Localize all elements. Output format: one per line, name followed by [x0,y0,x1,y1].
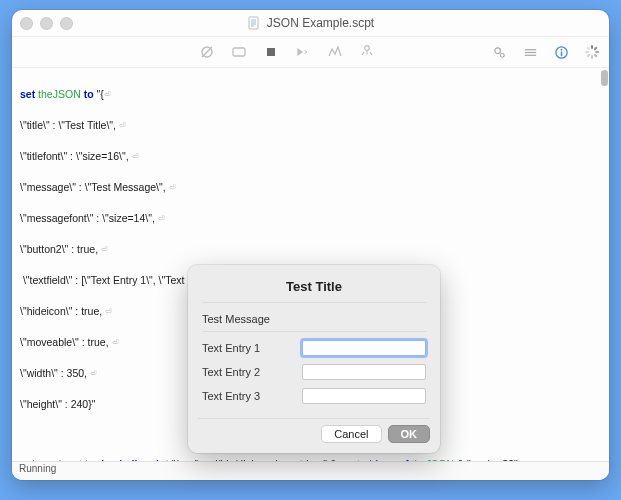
info-button[interactable] [554,45,569,60]
compile-button[interactable] [327,44,343,60]
toolbar [12,37,609,68]
textfield-3-input[interactable] [302,388,426,404]
dialog-title: Test Title [188,265,440,302]
record-button[interactable] [199,44,215,60]
svg-rect-3 [233,48,245,56]
textfield-1-label: Text Entry 1 [202,342,302,354]
document-icon [247,16,261,30]
bundle-contents-button[interactable] [359,44,375,60]
stop-button[interactable] [263,44,279,60]
zoom-window-button[interactable] [60,17,73,30]
textfield-1-input[interactable] [302,340,426,356]
minimize-window-button[interactable] [40,17,53,30]
titlebar: JSON Example.scpt [12,10,609,37]
status-text: Running [19,463,56,474]
close-window-button[interactable] [20,17,33,30]
svg-rect-13 [561,51,563,56]
window-title: JSON Example.scpt [267,16,374,30]
dialog-window: Test Title Test Message Text Entry 1 Tex… [188,265,440,453]
svg-rect-4 [267,48,275,56]
textfield-2-label: Text Entry 2 [202,366,302,378]
textfield-3-label: Text Entry 3 [202,390,302,402]
status-bar: Running [12,461,609,480]
ok-button[interactable]: OK [388,425,431,443]
sidebar-toggle-button[interactable] [523,45,538,60]
step-button[interactable] [231,44,247,60]
run-button[interactable] [295,44,311,60]
scrollbar-thumb[interactable] [601,70,608,86]
textfield-2-input[interactable] [302,364,426,380]
settings-button[interactable] [492,45,507,60]
cancel-button[interactable]: Cancel [321,425,381,443]
svg-rect-0 [249,17,258,29]
dialog-message: Test Message [188,303,440,331]
running-spinner-icon [585,45,599,59]
svg-point-6 [495,47,501,53]
svg-point-5 [365,46,370,51]
window-controls [20,17,73,30]
svg-point-7 [500,53,504,57]
svg-point-12 [561,48,563,50]
